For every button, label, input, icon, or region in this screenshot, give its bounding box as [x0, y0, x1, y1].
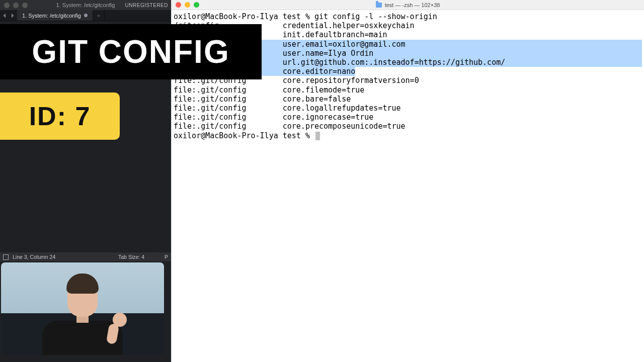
editor-new-tab[interactable]: + [93, 10, 105, 21]
overlay-id-badge: ID: 7 [0, 93, 120, 140]
editor-unregistered-label: UNREGISTERED [125, 3, 168, 8]
terminal-titlebar[interactable]: test — -zsh — 102×38 [172, 0, 644, 10]
terminal-cursor [315, 132, 320, 140]
terminal-traffic-lights[interactable] [176, 2, 199, 8]
editor-nav-back-forward[interactable] [0, 10, 17, 21]
editor-cursor-position[interactable]: Line 3, Column 24 [13, 254, 55, 260]
editor-traffic-lights[interactable] [4, 3, 28, 8]
terminal-prompt-line: oxilor@MacBook-Pro-Ilya test % git confi… [174, 12, 642, 21]
close-icon[interactable] [176, 2, 181, 8]
editor-titlebar[interactable]: 1. System: /etc/gitconfig UNREGISTERED [0, 0, 171, 10]
editor-tab-active[interactable]: 1. System: /etc/gitconfig [17, 10, 93, 21]
terminal-window-title: test — -zsh — 102×38 [385, 2, 440, 8]
dirty-dot-icon [84, 14, 88, 17]
terminal-output-line: file:.git/config core.logallrefupdates=t… [174, 104, 642, 113]
terminal-prompt-line[interactable]: oxilor@MacBook-Pro-Ilya test % [174, 131, 642, 140]
panel-toggle-icon[interactable] [3, 254, 9, 260]
editor-tabsize[interactable]: Tab Size: 4 [118, 254, 144, 260]
close-icon[interactable] [4, 3, 10, 8]
editor-tab-label: 1. System: /etc/gitconfig [22, 13, 81, 19]
zoom-icon[interactable] [22, 3, 28, 8]
terminal-output-line: file:.git/config core.ignorecase=true [174, 113, 642, 122]
overlay-title-card: GIT CONFIG [0, 24, 262, 79]
overlay-title-text: GIT CONFIG [32, 33, 229, 70]
terminal-output-line: file:.git/config core.filemode=true [174, 85, 642, 95]
person-illustration [32, 264, 133, 355]
editor-tabstrip[interactable]: 1. System: /etc/gitconfig + [0, 10, 171, 21]
folder-icon [376, 3, 382, 8]
chevron-left-icon[interactable] [2, 13, 8, 19]
chevron-right-icon[interactable] [9, 13, 15, 19]
editor-syntax-letter[interactable]: P [165, 254, 168, 260]
editor-statusbar[interactable]: Line 3, Column 24 Tab Size: 4 P [0, 252, 171, 261]
webcam-overlay [1, 262, 164, 355]
overlay-id-text: ID: 7 [29, 101, 91, 131]
terminal-output-line: file:.git/config core.bare=false [174, 95, 642, 104]
zoom-icon[interactable] [194, 2, 199, 8]
minimize-icon[interactable] [13, 3, 19, 8]
minimize-icon[interactable] [185, 2, 190, 8]
terminal-output-line: file:.git/config core.precomposeunicode=… [174, 122, 642, 131]
